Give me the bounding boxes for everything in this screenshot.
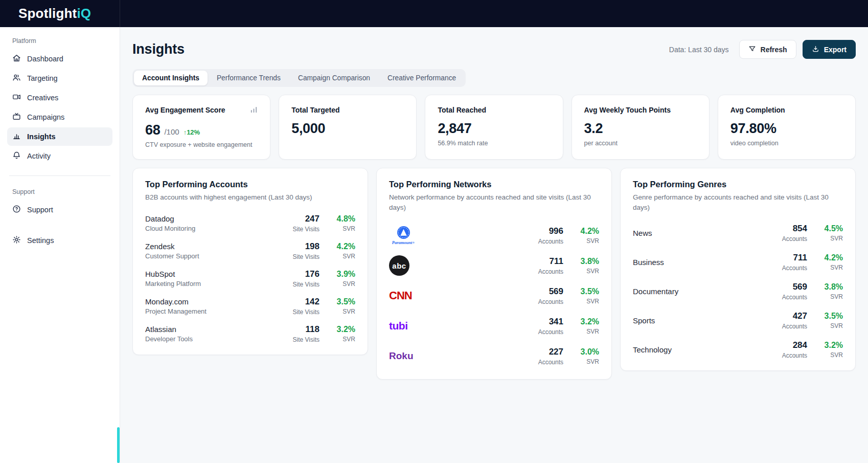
brand-name-accent: iQ: [77, 6, 91, 21]
site-visits-value: 198: [280, 241, 319, 252]
kpi-card-engagement-score: Avg Engagement Score 68 /100 ↑12% CTV ex…: [132, 95, 270, 160]
cnn-logo: CNN: [389, 289, 412, 302]
accounts-metric: 854 Accounts: [767, 224, 807, 242]
account-category: Developer Tools: [145, 335, 280, 343]
panel-title: Top Performing Networks: [389, 180, 599, 189]
accounts-label: Accounts: [523, 359, 563, 366]
accounts-label: Accounts: [767, 352, 807, 359]
sidebar-item-support[interactable]: Support: [7, 201, 112, 219]
panel-top-accounts: Top Performing Accounts B2B accounts wit…: [132, 168, 368, 355]
accounts-value: 284: [767, 340, 807, 350]
site-visits-value: 176: [280, 269, 319, 279]
svr-value: 3.2%: [570, 317, 599, 326]
accounts-label: Accounts: [523, 268, 563, 275]
svr-value: 4.5%: [814, 224, 843, 233]
account-row: Atlassian Developer Tools 118 Site Visit…: [145, 324, 355, 343]
accounts-value: 569: [523, 286, 563, 297]
panel-title: Top Performing Genres: [633, 180, 843, 189]
svr-metric: 3.5% SVR: [814, 312, 843, 329]
network-row: CNN 569 Accounts 3.5% SVR: [389, 284, 599, 307]
sidebar-scrollbar[interactable]: [117, 427, 120, 463]
site-visits-metric: 176 Site Visits: [280, 269, 319, 288]
accounts-metric: 996 Accounts: [523, 226, 563, 245]
account-row: Monday.com Project Management 142 Site V…: [145, 297, 355, 316]
svr-metric: 3.0% SVR: [570, 347, 599, 365]
topbar: SpotlightiQ: [0, 0, 868, 27]
tab-creative-performance[interactable]: Creative Performance: [379, 71, 464, 85]
svr-metric: 4.2% SVR: [570, 227, 599, 245]
kpi-subtitle: per account: [584, 140, 697, 147]
svr-label: SVR: [814, 264, 843, 271]
download-icon: [812, 45, 819, 54]
svr-label: SVR: [570, 268, 599, 275]
home-icon: [12, 54, 21, 64]
svr-metric: 4.5% SVR: [814, 224, 843, 242]
roku-logo: Roku: [389, 350, 414, 362]
svr-metric: 4.2% SVR: [327, 242, 355, 260]
accounts-value: 996: [523, 226, 563, 236]
panel-subtitle: B2B accounts with highest engagement (La…: [145, 192, 355, 203]
sidebar-item-label: Campaigns: [27, 113, 64, 121]
network-row: abc 711 Accounts 3.8% SVR: [389, 254, 599, 277]
kpi-title: Avg Weekly Touch Points: [584, 106, 697, 114]
video-camera-icon: [12, 93, 21, 103]
kpi-title: Total Targeted: [291, 106, 404, 114]
sidebar-section-platform: Platform: [7, 37, 112, 45]
filter-funnel-icon: [748, 45, 756, 54]
sidebar-item-activity[interactable]: Activity: [7, 147, 112, 165]
sidebar-item-dashboard[interactable]: Dashboard: [7, 50, 112, 68]
help-circle-icon: [12, 205, 21, 215]
sidebar-item-campaigns[interactable]: Campaigns: [7, 108, 112, 126]
kpi-card-avg-completion: Avg Completion 97.80% video completion: [718, 95, 856, 160]
accounts-value: 711: [767, 253, 807, 263]
svr-label: SVR: [327, 308, 355, 315]
accounts-metric: 284 Accounts: [767, 340, 807, 359]
site-visits-label: Site Visits: [280, 281, 319, 288]
account-row: HubSpot Marketing Platform 176 Site Visi…: [145, 269, 355, 288]
account-category: Cloud Monitoring: [145, 225, 280, 232]
data-range-label: Data: Last 30 days: [669, 46, 729, 54]
sidebar-item-creatives[interactable]: Creatives: [7, 89, 112, 107]
bar-chart-icon: [12, 131, 21, 142]
site-visits-value: 247: [280, 214, 319, 224]
accounts-metric: 227 Accounts: [523, 347, 563, 366]
tab-account-insights[interactable]: Account Insights: [134, 71, 208, 85]
svr-label: SVR: [570, 358, 599, 365]
accounts-metric: 711 Accounts: [523, 256, 563, 275]
account-row: Zendesk Customer Support 198 Site Visits…: [145, 241, 355, 260]
main-content: Insights Data: Last 30 days Refresh Expo…: [120, 27, 868, 463]
svr-value: 4.2%: [570, 227, 599, 236]
sidebar-item-settings[interactable]: Settings: [7, 231, 112, 250]
svr-value: 4.8%: [327, 214, 355, 224]
sidebar-item-targeting[interactable]: Targeting: [7, 69, 112, 87]
kpi-card-total-targeted: Total Targeted 5,000: [279, 95, 417, 160]
kpi-suffix: /100: [164, 127, 179, 136]
network-row: tubi 341 Accounts 3.2% SVR: [389, 314, 599, 338]
tab-performance-trends[interactable]: Performance Trends: [209, 71, 289, 85]
accounts-label: Accounts: [523, 238, 563, 245]
svr-metric: 3.5% SVR: [327, 297, 355, 315]
refresh-button-label: Refresh: [761, 46, 787, 54]
accounts-value: 227: [523, 347, 563, 357]
refresh-button[interactable]: Refresh: [739, 40, 796, 59]
tab-campaign-comparison[interactable]: Campaign Comparison: [290, 71, 378, 85]
account-category: Customer Support: [145, 252, 280, 260]
kpi-subtitle: video completion: [730, 140, 843, 147]
kpi-title: Total Reached: [438, 106, 550, 114]
kpi-subtitle: CTV exposure + website engagement: [145, 141, 258, 148]
site-visits-metric: 118 Site Visits: [280, 324, 319, 343]
svr-metric: 4.2% SVR: [814, 253, 843, 271]
export-button[interactable]: Export: [803, 40, 856, 59]
sidebar-section-support: Support: [7, 188, 112, 195]
genre-name: Sports: [633, 316, 767, 325]
svr-metric: 4.8% SVR: [327, 214, 355, 232]
paramount-plus-logo: Paramount+: [389, 226, 418, 245]
sidebar-item-insights[interactable]: Insights: [7, 127, 112, 146]
svr-value: 4.2%: [327, 242, 355, 251]
brand-logo[interactable]: SpotlightiQ: [0, 0, 120, 27]
accounts-value: 569: [767, 282, 807, 292]
svr-label: SVR: [327, 253, 355, 260]
insights-tabs: Account Insights Performance Trends Camp…: [132, 69, 466, 87]
svr-label: SVR: [814, 322, 843, 329]
genre-name: Documentary: [633, 287, 767, 296]
